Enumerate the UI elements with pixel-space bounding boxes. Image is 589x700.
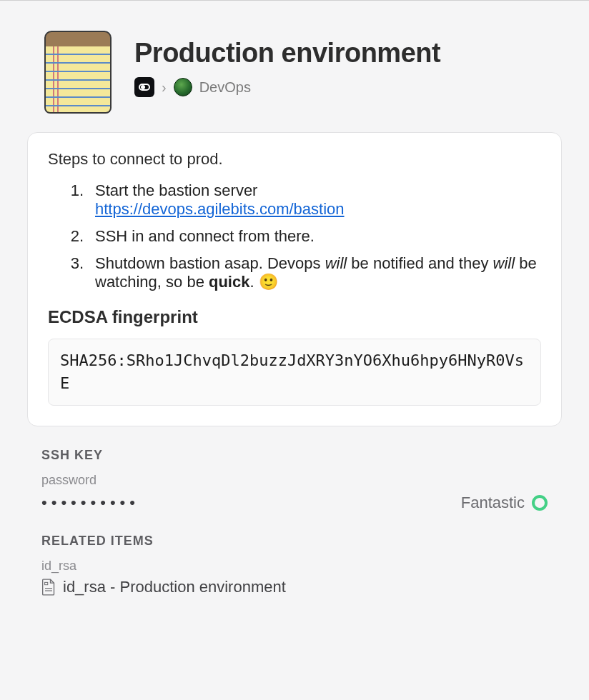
related-item[interactable]: id_rsa - Production environment xyxy=(41,578,548,596)
strength-ring-icon xyxy=(532,495,548,511)
note-card: Steps to connect to prod. 1. Start the b… xyxy=(27,132,562,426)
step-text: SSH in and connect from there. xyxy=(95,227,541,246)
step-2: 2. SSH in and connect from there. xyxy=(56,227,541,246)
password-strength: Fantastic xyxy=(461,494,548,512)
section-title: SSH KEY xyxy=(41,448,548,463)
step-number: 2. xyxy=(56,227,84,246)
step-3: 3. Shutdown bastion asap. Devops will be… xyxy=(56,254,541,291)
step-text: Start the bastion server xyxy=(95,181,257,199)
fingerprint-heading: ECDSA fingerprint xyxy=(48,307,541,327)
field-label: password xyxy=(41,473,548,488)
page-title: Production environment xyxy=(134,38,555,69)
fingerprint-value[interactable]: SHA256:SRho1JChvqDl2buzzJdXRY3nYO6Xhu6hp… xyxy=(48,339,541,406)
document-icon xyxy=(41,579,56,596)
vault-icon[interactable] xyxy=(174,78,192,96)
note-intro: Steps to connect to prod. xyxy=(48,150,541,169)
vault-name[interactable]: DevOps xyxy=(199,79,251,96)
step-number: 1. xyxy=(56,181,84,219)
app-icon[interactable] xyxy=(134,77,154,97)
chevron-right-icon: › xyxy=(162,79,167,96)
masked-password: •••••••••• xyxy=(41,494,139,512)
breadcrumb: › DevOps xyxy=(134,77,555,97)
secure-note-icon xyxy=(44,31,112,114)
bastion-link[interactable]: https://devops.agilebits.com/bastion xyxy=(95,200,345,218)
svg-rect-0 xyxy=(45,582,48,584)
strength-label: Fantastic xyxy=(461,494,525,512)
related-items-section: RELATED ITEMS id_rsa id_rsa - Production… xyxy=(41,534,548,596)
item-detail-pane: Production environment › DevOps Steps to… xyxy=(0,0,589,609)
ssh-key-section: SSH KEY password •••••••••• Fantastic xyxy=(41,448,548,512)
step-text: Shutdown bastion asap. Devops will be no… xyxy=(95,254,541,291)
password-field[interactable]: •••••••••• Fantastic xyxy=(41,494,548,512)
step-1: 1. Start the bastion server https://devo… xyxy=(56,181,541,219)
related-item-label: id_rsa - Production environment xyxy=(63,578,286,596)
section-title: RELATED ITEMS xyxy=(41,534,548,549)
steps-list: 1. Start the bastion server https://devo… xyxy=(56,181,541,291)
related-group-label: id_rsa xyxy=(41,559,548,574)
item-header: Production environment › DevOps xyxy=(13,14,576,132)
smile-emoji-icon: 🙂 xyxy=(259,273,278,291)
step-number: 3. xyxy=(56,254,84,291)
